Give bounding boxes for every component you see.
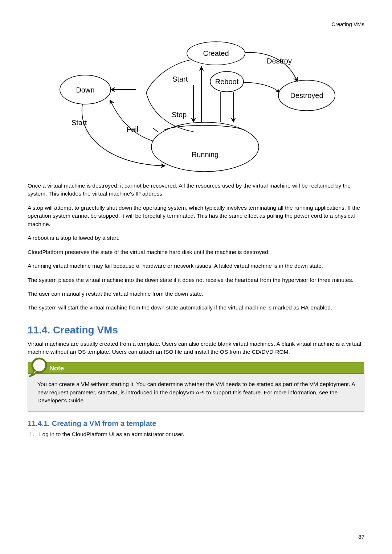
label-start: Start xyxy=(172,75,188,83)
speech-bubble-icon xyxy=(28,362,49,373)
note-box: Note You can create a VM without startin… xyxy=(28,362,364,411)
state-created: Created xyxy=(203,49,229,57)
para-destroy-recover: Once a virtual machine is destroyed, it … xyxy=(28,182,364,198)
vm-lifecycle-diagram: Created Running Down Destroyed Reboot St… xyxy=(56,38,336,172)
section-intro: Virtual machines are usually created fro… xyxy=(28,340,364,356)
state-diagram: Created Running Down Destroyed Reboot St… xyxy=(28,38,364,172)
page-number: 87 xyxy=(358,534,364,540)
para-ha-enabled: The system will start the virtual machin… xyxy=(28,304,364,312)
para-heartbeat: The system places the virtual machine in… xyxy=(28,276,364,284)
state-down: Down xyxy=(76,86,94,94)
label-destroy: Destroy xyxy=(267,57,292,65)
state-running: Running xyxy=(192,151,219,159)
subsection-heading: 11.4.1. Creating a VM from a template xyxy=(28,418,364,429)
svg-point-1 xyxy=(151,122,259,172)
note-label: Note xyxy=(49,363,64,373)
para-manual-restart: The user can manually restart the virtua… xyxy=(28,290,364,298)
para-fail-down: A running virtual machine may fail becau… xyxy=(28,262,364,270)
step-1: Log in to the CloudPlatform UI as an adm… xyxy=(36,430,364,438)
page-footer: 87 xyxy=(28,530,364,541)
label-stop: Stop xyxy=(172,111,187,119)
running-header: Creating VMs xyxy=(28,20,364,30)
para-reboot: A reboot is a stop followed by a start. xyxy=(28,234,364,242)
para-stop-graceful: A stop will attempt to gracefully shut d… xyxy=(28,204,364,228)
steps-list: Log in to the CloudPlatform UI as an adm… xyxy=(28,430,364,438)
note-header: Note xyxy=(28,362,364,374)
state-destroyed: Destroyed xyxy=(290,91,323,99)
para-preserve-disk: CloudPlatform preserves the state of the… xyxy=(28,248,364,256)
note-body: You can create a VM without starting it.… xyxy=(28,374,364,411)
header-title: Creating VMs xyxy=(331,21,364,27)
svg-point-6 xyxy=(34,360,45,371)
label-reboot: Reboot xyxy=(215,78,239,86)
section-heading: 11.4. Creating VMs xyxy=(28,323,364,338)
